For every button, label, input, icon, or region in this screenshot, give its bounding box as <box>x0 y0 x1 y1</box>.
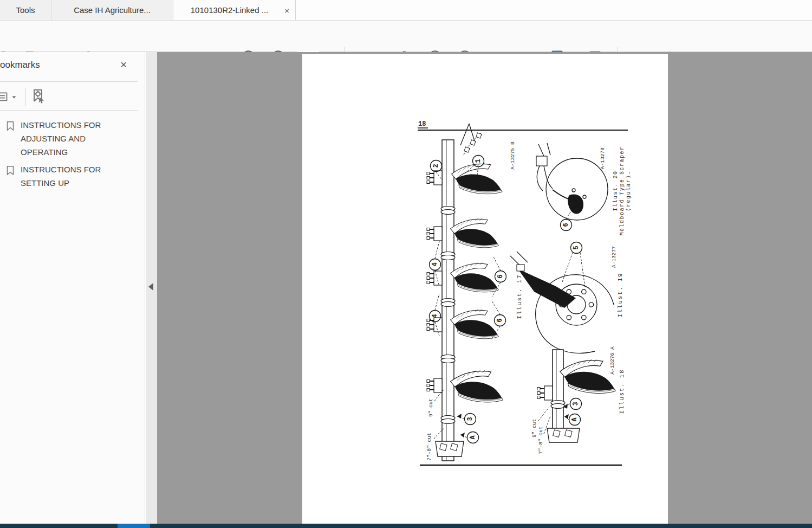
pdf-page-canvas: 18 <box>302 54 668 524</box>
callout-6: 6 <box>562 223 570 227</box>
callout-5: 5 <box>573 246 580 249</box>
cut-size-label: 9" cut <box>531 419 537 437</box>
tab-tools[interactable]: Tools <box>0 0 51 20</box>
callout-6: 6 <box>497 274 504 278</box>
callout-4: 4 <box>431 314 439 318</box>
figure-number-label: A-13277 <box>611 246 617 268</box>
panel-splitter[interactable] <box>146 52 157 524</box>
callout-2: 2 <box>432 164 440 168</box>
bookmark-icon <box>4 119 16 133</box>
callout-6: 6 <box>496 318 504 322</box>
bookmark-icon <box>4 164 16 177</box>
figure-number-label: A-13275 B <box>510 141 516 170</box>
options-list-icon <box>0 90 10 104</box>
illust-17-caption: Illust. 17 <box>516 274 523 319</box>
bookmark-item-setting-up[interactable]: INSTRUCTIONS FOR SETTING UP <box>0 163 145 190</box>
illust-20-caption-line1: Illust. 20 <box>613 170 619 211</box>
tab-bar: Tools Case IH Agriculture... 1010130R2-L… <box>0 0 812 21</box>
divider <box>25 88 26 106</box>
tab-active-document[interactable]: 1010130R2-Linked ... × <box>173 0 296 20</box>
bookmark-item-adjusting-operating[interactable]: INSTRUCTIONS FOR ADJUSTING AND OPERATING <box>0 118 145 159</box>
illustration-single-bottom <box>537 350 615 442</box>
callout-3: 3 <box>572 402 580 405</box>
pdf-page: 18 <box>302 54 668 524</box>
bookmark-item-label: INSTRUCTIONS FOR SETTING UP <box>21 163 121 190</box>
tab-case-ih-label: Case IH Agriculture... <box>74 5 151 15</box>
callout-A: A <box>469 435 477 440</box>
locate-bookmark-icon <box>30 88 46 104</box>
main-toolbar: / 32 57.9% <box>0 21 812 52</box>
figure-number-label: A-13276 A <box>609 346 615 375</box>
bookmarks-panel: ookmarks × INSTRUCTIONS FOR ADJUSTING AN… <box>0 52 145 524</box>
divider <box>0 110 138 111</box>
bookmarks-close-icon[interactable]: × <box>120 59 127 70</box>
chevron-down-icon <box>12 96 16 98</box>
illust-19-caption: Illust. 19 <box>617 272 623 317</box>
illustration-plow-bottom-stack <box>427 124 503 461</box>
collapse-panel-icon[interactable] <box>148 283 153 291</box>
bottom-edge-accent <box>118 524 150 528</box>
illust-18-caption: Illust. 18 <box>619 369 625 414</box>
tab-case-ih-document[interactable]: Case IH Agriculture... <box>51 0 173 20</box>
callout-4: 4 <box>431 262 439 266</box>
cut-size-label: 7"-8" cut <box>538 426 544 454</box>
bookmark-item-label: INSTRUCTIONS FOR ADJUSTING AND OPERATING <box>21 118 121 159</box>
window-bottom-edge <box>0 524 812 528</box>
figure-labels: A-13275 B A-13278 A-13277 A-13276 A Illu… <box>426 141 632 461</box>
document-scroll-area[interactable]: 18 <box>157 52 812 524</box>
cut-size-label: 9" cut <box>428 398 434 417</box>
figure-number-label: A-13278 <box>600 147 606 169</box>
tab-tools-label: Tools <box>16 5 35 15</box>
callout-A: A <box>571 417 579 422</box>
callout-1: 1 <box>475 159 482 163</box>
illust-20-caption-line2: Moldboard Type Scraper <box>619 146 625 235</box>
page-number-printed: 18 <box>418 120 426 128</box>
divider <box>0 81 138 82</box>
tab-close-icon[interactable]: × <box>284 6 289 14</box>
bookmarks-toolbar <box>0 85 145 110</box>
tab-active-label: 1010130R2-Linked ... <box>191 5 268 15</box>
bookmarks-panel-title: ookmarks <box>0 60 40 70</box>
callout-3: 3 <box>466 417 474 421</box>
illust-20-caption-line3: (regular). <box>626 170 632 211</box>
illustration-disc-scraper <box>536 143 608 220</box>
find-current-bookmark-button[interactable] <box>30 88 47 105</box>
illustration-disc-hub <box>510 252 614 353</box>
bookmarks-options-button[interactable] <box>0 89 19 105</box>
cut-size-label: 7"-8" cut <box>426 433 432 460</box>
